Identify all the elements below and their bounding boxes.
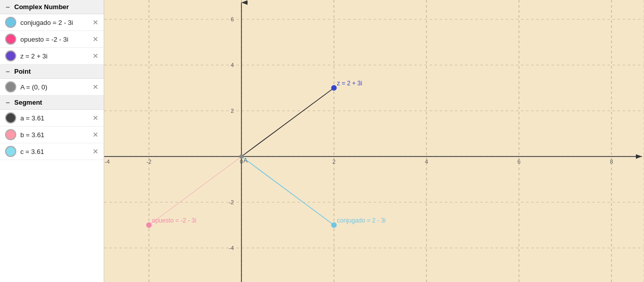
- y-label-neg2: -2: [229, 199, 234, 205]
- label-A: A = (0, 0): [20, 83, 87, 91]
- point-opuesto[interactable]: [146, 223, 151, 228]
- section-complex-number: − Complex Number: [0, 0, 104, 14]
- x-label-neg4: -4: [105, 159, 110, 165]
- label-seg-b: b = 3.61: [20, 131, 87, 139]
- section-point-label: Point: [14, 68, 31, 75]
- sidebar: − Complex Number conjugado = 2 - 3i ✕ op…: [0, 0, 104, 282]
- close-A[interactable]: ✕: [91, 83, 100, 91]
- dot-conjugado: [5, 17, 16, 28]
- collapse-point[interactable]: −: [4, 68, 11, 75]
- segment-b: [149, 156, 241, 225]
- dot-opuesto: [5, 34, 16, 45]
- close-z[interactable]: ✕: [91, 52, 100, 60]
- collapse-complex-number[interactable]: −: [4, 4, 11, 11]
- y-label-neg4: -4: [229, 245, 234, 251]
- graph-svg: -2 0 2 4 6 8 -4 6 4 2 -2 -4 A z = 2 + 3i: [104, 0, 644, 282]
- y-label-2: 2: [231, 108, 234, 114]
- item-seg-b: b = 3.61 ✕: [0, 127, 104, 143]
- item-conjugado: conjugado = 2 - 3i ✕: [0, 14, 104, 31]
- section-segment-label: Segment: [14, 99, 42, 106]
- segment-c: [241, 156, 334, 225]
- section-segment: − Segment: [0, 96, 104, 110]
- point-z[interactable]: [331, 85, 336, 90]
- x-label-8: 8: [610, 159, 613, 165]
- label-conjugado-text: conjugado = 2 - 3i: [337, 217, 386, 224]
- dot-seg-c: [5, 146, 16, 157]
- label-conjugado: conjugado = 2 - 3i: [20, 19, 87, 26]
- close-opuesto[interactable]: ✕: [91, 35, 100, 43]
- label-opuesto: opuesto = -2 - 3i: [20, 36, 87, 43]
- close-conjugado[interactable]: ✕: [91, 18, 100, 26]
- label-z-text: z = 2 + 3i: [337, 80, 362, 87]
- y-label-6: 6: [231, 16, 234, 22]
- point-conjugado[interactable]: [331, 223, 336, 228]
- x-label-0: 0: [240, 159, 243, 165]
- close-seg-c[interactable]: ✕: [91, 147, 100, 155]
- segment-a: [241, 88, 334, 156]
- x-label-4: 4: [425, 159, 428, 165]
- y-label-4: 4: [231, 62, 234, 68]
- section-point: − Point: [0, 65, 104, 79]
- point-origin[interactable]: [239, 154, 243, 159]
- close-seg-a[interactable]: ✕: [91, 114, 100, 122]
- label-opuesto-text: opuesto = -2 - 3i: [152, 217, 196, 224]
- item-seg-c: c = 3.61 ✕: [0, 143, 104, 160]
- collapse-segment[interactable]: −: [4, 99, 11, 106]
- x-label-2: 2: [332, 159, 335, 165]
- x-label-6: 6: [517, 159, 520, 165]
- label-z: z = 2 + 3i: [20, 52, 87, 60]
- dot-seg-b: [5, 129, 16, 140]
- item-seg-a: a = 3.61 ✕: [0, 110, 104, 127]
- label-seg-a: a = 3.61: [20, 114, 87, 122]
- graph-area[interactable]: -2 0 2 4 6 8 -4 6 4 2 -2 -4 A z = 2 + 3i: [104, 0, 644, 282]
- label-seg-c: c = 3.61: [20, 148, 87, 155]
- item-opuesto: opuesto = -2 - 3i ✕: [0, 31, 104, 48]
- item-z: z = 2 + 3i ✕: [0, 48, 104, 65]
- close-seg-b[interactable]: ✕: [91, 131, 100, 139]
- item-A: A = (0, 0) ✕: [0, 79, 104, 96]
- x-label-neg2: -2: [146, 159, 151, 165]
- section-complex-number-label: Complex Number: [14, 3, 69, 11]
- dot-seg-a: [5, 112, 16, 123]
- dot-A: [5, 81, 16, 92]
- dot-z: [5, 50, 16, 61]
